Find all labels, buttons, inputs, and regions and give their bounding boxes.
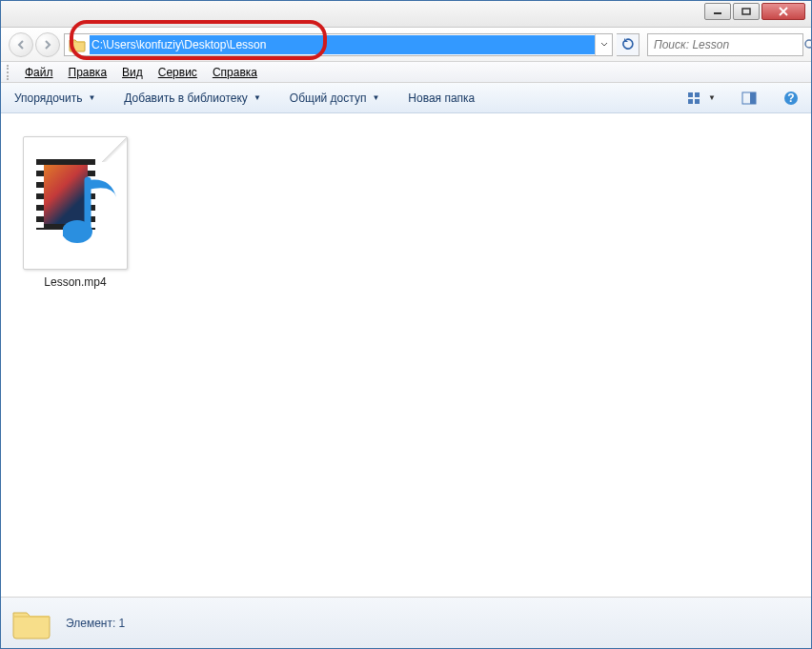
svg-rect-0 (714, 12, 721, 14)
refresh-button[interactable] (617, 33, 639, 56)
view-mode-button[interactable]: ▼ (683, 87, 720, 110)
svg-rect-8 (750, 92, 756, 104)
chevron-down-icon: ▼ (372, 93, 379, 102)
preview-pane-button[interactable] (737, 87, 761, 110)
back-button[interactable] (9, 32, 33, 57)
svg-rect-6 (695, 99, 700, 104)
svg-rect-3 (688, 92, 693, 97)
file-pane[interactable]: Lesson.mp4 (1, 113, 811, 597)
file-label: Lesson.mp4 (44, 275, 106, 289)
svg-rect-4 (695, 92, 700, 97)
menu-edit[interactable]: Правка (62, 64, 114, 81)
help-button[interactable]: ? (779, 87, 803, 110)
search-box[interactable] (647, 33, 803, 56)
search-icon[interactable] (803, 38, 812, 51)
svg-rect-5 (688, 99, 693, 104)
minimize-button[interactable] (704, 3, 731, 20)
svg-point-2 (805, 40, 812, 48)
close-button[interactable] (761, 3, 805, 20)
menu-view[interactable]: Вид (115, 64, 150, 81)
view-icon (687, 91, 700, 105)
title-bar (1, 1, 811, 28)
chevron-down-icon: ▼ (708, 93, 716, 102)
menu-help[interactable]: Справка (206, 64, 264, 81)
svg-point-11 (63, 220, 92, 243)
svg-rect-1 (742, 9, 750, 14)
help-icon: ? (783, 91, 799, 106)
new-folder-button[interactable]: Новая папка (402, 89, 480, 108)
maximize-button[interactable] (733, 3, 760, 20)
svg-text:?: ? (787, 91, 794, 105)
preview-pane-icon (741, 91, 757, 105)
address-path[interactable]: C:\Users\konfuziy\Desktop\Lesson (90, 35, 595, 54)
folder-icon (10, 605, 52, 641)
nav-buttons (9, 32, 60, 57)
menu-file[interactable]: Файл (18, 64, 60, 81)
chevron-down-icon: ▼ (254, 93, 261, 102)
navigation-row: C:\Users\konfuziy\Desktop\Lesson (1, 28, 811, 62)
status-bar: Элемент: 1 (1, 597, 811, 648)
share-button[interactable]: Общий доступ▼ (284, 89, 386, 108)
search-input[interactable] (648, 38, 803, 51)
forward-button[interactable] (35, 32, 60, 57)
menu-grip (7, 65, 12, 80)
file-item[interactable]: Lesson.mp4 (18, 131, 132, 294)
status-text: Элемент: 1 (66, 617, 125, 630)
music-note-icon (63, 172, 130, 254)
menu-tools[interactable]: Сервис (152, 64, 204, 81)
folder-icon (69, 37, 86, 52)
menu-bar: Файл Правка Вид Сервис Справка (1, 62, 811, 83)
file-thumbnail (23, 136, 128, 270)
address-bar[interactable]: C:\Users\konfuziy\Desktop\Lesson (64, 33, 613, 56)
explorer-window: C:\Users\konfuziy\Desktop\Lesson Файл Пр… (0, 0, 812, 649)
add-library-button[interactable]: Добавить в библиотеку▼ (118, 89, 266, 108)
organize-button[interactable]: Упорядочить▼ (9, 89, 101, 108)
chevron-down-icon: ▼ (88, 93, 95, 102)
toolbar: Упорядочить▼ Добавить в библиотеку▼ Общи… (1, 83, 811, 113)
address-dropdown-button[interactable] (595, 34, 612, 55)
